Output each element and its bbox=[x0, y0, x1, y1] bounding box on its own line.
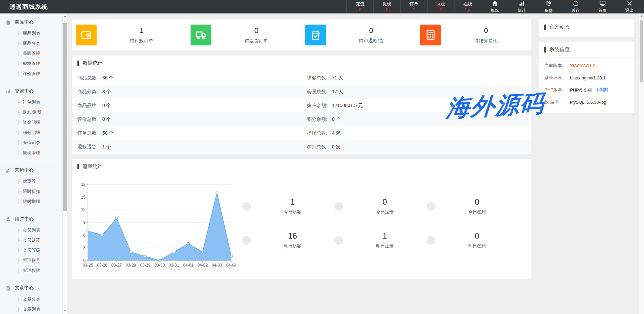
tree-branch-icon: ├ bbox=[17, 179, 20, 184]
header-action-gear[interactable]: 备份 bbox=[535, 0, 562, 13]
traffic-stat-label: 今日访客 bbox=[284, 209, 301, 215]
page-scrollbar[interactable]: ▲ bbox=[639, 13, 644, 314]
sidebar-item-label: 充值记录 bbox=[23, 140, 40, 146]
monitor-icon bbox=[599, 0, 606, 7]
sidebar-item[interactable]: ├会员列表 bbox=[0, 225, 62, 235]
header-stat-item[interactable]: 充值0 bbox=[346, 0, 373, 13]
scroll-up-icon[interactable]: ▲ bbox=[63, 13, 67, 19]
header-stat-item[interactable]: 在线1人 bbox=[454, 0, 481, 13]
traffic-stat: =16昨日访客 bbox=[242, 223, 334, 257]
header-action-monitor[interactable]: 首页 bbox=[589, 0, 616, 13]
sidebar-item-label: 限时折扣 bbox=[23, 188, 40, 195]
sidebar-scroll-thumb[interactable] bbox=[63, 23, 67, 211]
sidebar-item[interactable]: ├规格管理 bbox=[0, 59, 62, 69]
sidebar-item-label: 提现管理 bbox=[23, 150, 40, 156]
section-bar-icon bbox=[77, 164, 79, 169]
summary-card[interactable]: 1待付款订单 bbox=[72, 20, 187, 50]
header-stat-label: 提现 bbox=[383, 1, 392, 6]
stat-label: 积分余额: bbox=[307, 116, 327, 123]
summary-label: 待审退款/货 bbox=[359, 38, 384, 44]
sidebar-item[interactable]: ├商品分类 bbox=[0, 38, 62, 48]
sidebar-item[interactable]: ├管理帐号 bbox=[0, 255, 62, 266]
sidebar-item[interactable]: ├会员等级 bbox=[0, 245, 62, 255]
sidebar-section-header[interactable]: 用户中心 bbox=[0, 213, 62, 225]
sidebar-item[interactable]: ├提现管理 bbox=[0, 148, 62, 158]
system-info-card: 系统信息 当前版本:XIAOYAO1.0系统环境:Linux nginx/1.2… bbox=[539, 42, 634, 113]
sidebar-section-header[interactable]: 交易中心 bbox=[0, 85, 62, 97]
traffic-stat-stack: 0今日注册 bbox=[343, 197, 427, 215]
top-header: 逍遥商城系统 充值0提现0订单1回收2在线1人 概况统计备份缓存首页退出 bbox=[0, 0, 644, 13]
sidebar-item[interactable]: ├管理权限 bbox=[0, 266, 62, 276]
summary-card[interactable]: 0待发货订单 bbox=[187, 20, 301, 50]
header-action-bar-chart[interactable]: 统计 bbox=[508, 0, 535, 13]
header-stat-item[interactable]: 提现0 bbox=[373, 0, 400, 13]
sidebar-item-label: 限时拼团 bbox=[23, 199, 40, 205]
sidebar-item-label: 商品列表 bbox=[23, 30, 40, 36]
traffic-stat-stack: 1昨日注册 bbox=[343, 231, 427, 249]
document-icon bbox=[5, 285, 11, 291]
system-info-row: 数 据 库:MySQLi 5.6.50-log bbox=[539, 96, 634, 108]
header-action-refresh[interactable]: 缓存 bbox=[562, 0, 589, 13]
scroll-down-icon[interactable]: ▼ bbox=[63, 309, 67, 314]
svg-text:0: 0 bbox=[83, 258, 86, 263]
page-scroll-thumb[interactable] bbox=[640, 20, 643, 82]
traffic-stat-label: 昨日访客 bbox=[284, 243, 301, 249]
stat-label: 签到总数: bbox=[307, 144, 327, 150]
sidebar-scrollbar[interactable]: ▲ ▼ bbox=[62, 13, 67, 314]
sidebar-item-label: 资金明细 bbox=[23, 119, 40, 126]
stat-label: 退款退货: bbox=[77, 144, 98, 150]
gear-icon bbox=[545, 0, 552, 7]
summary-card[interactable]: 0待结算提现 bbox=[416, 20, 531, 50]
sidebar-item[interactable]: ├订单列表 bbox=[0, 97, 62, 107]
sidebar-item[interactable]: ├文章分类 bbox=[0, 294, 62, 304]
header-stat-item[interactable]: 回收2 bbox=[427, 0, 454, 13]
tree-branch-icon: ├ bbox=[17, 41, 20, 46]
header-stat-item[interactable]: 订单1 bbox=[400, 0, 427, 13]
divider bbox=[0, 82, 62, 82]
header-action-label: 概况 bbox=[491, 8, 499, 13]
stat-value: 0 次 bbox=[332, 144, 341, 150]
tree-branch-icon: ├ bbox=[17, 61, 20, 66]
header-action-label: 缓存 bbox=[572, 8, 580, 13]
sidebar-item[interactable]: ├限时折扣 bbox=[0, 186, 62, 197]
sidebar-item[interactable]: ├品牌管理 bbox=[0, 48, 62, 59]
scroll-up-icon[interactable]: ▲ bbox=[639, 13, 644, 19]
equals-icon: = bbox=[242, 202, 251, 211]
sidebar-section-header[interactable]: 营销中心 bbox=[0, 164, 62, 176]
tree-branch-icon: ├ bbox=[17, 199, 20, 204]
sidebar-item-label: 品牌管理 bbox=[23, 50, 40, 57]
traffic-stat: =0今日注册 bbox=[334, 189, 427, 223]
equals-icon: = bbox=[334, 236, 343, 245]
traffic-card: 流量统计 036912151803-2503-2603-2703-2803-29… bbox=[72, 159, 531, 279]
summary-card[interactable]: 0待审退款/货 bbox=[301, 20, 416, 50]
sidebar-item[interactable]: ├限时拼团 bbox=[0, 197, 62, 207]
sidebar-item[interactable]: ├退款/退货 bbox=[0, 107, 62, 117]
sidebar-item[interactable]: ├优惠券 bbox=[0, 176, 62, 186]
traffic-stat: =1昨日注册 bbox=[334, 223, 427, 257]
header-action-close[interactable]: 退出 bbox=[616, 0, 643, 13]
tree-branch-icon: ├ bbox=[17, 51, 20, 56]
sidebar-section-header[interactable]: 文章中心 bbox=[0, 282, 62, 294]
sidebar-item[interactable]: ├积分明细 bbox=[0, 128, 62, 138]
header-action-home[interactable]: 概况 bbox=[481, 0, 508, 13]
sidebar-section-header[interactable]: 商品中心 bbox=[0, 16, 62, 28]
sidebar-item-label: 管理权限 bbox=[23, 268, 40, 274]
stat-label: 订单总数: bbox=[77, 130, 98, 136]
home-icon bbox=[492, 0, 498, 7]
sidebar-item[interactable]: ├评价管理 bbox=[0, 69, 62, 79]
traffic-stat-label: 今日注册 bbox=[376, 209, 394, 215]
section-title: 流量统计 bbox=[82, 163, 103, 170]
header-stat-value: 1人 bbox=[464, 7, 471, 12]
header-action-label: 首页 bbox=[599, 8, 607, 13]
details-link[interactable]: [详情] bbox=[597, 87, 608, 93]
sidebar-item[interactable]: ├商品列表 bbox=[0, 28, 62, 38]
traffic-stat-value: 0 bbox=[475, 197, 479, 207]
header-stat-value: 2 bbox=[440, 7, 442, 12]
sidebar-item[interactable]: ├充值记录 bbox=[0, 138, 62, 148]
sidebar-item[interactable]: ├会员认证 bbox=[0, 235, 62, 245]
sidebar-section-title: 文章中心 bbox=[15, 285, 34, 291]
sidebar-item[interactable]: ├资金明细 bbox=[0, 117, 62, 128]
sidebar-item-label: 积分明细 bbox=[23, 130, 40, 136]
stat-label: 账户余额: bbox=[307, 103, 327, 109]
sidebar-item[interactable]: ├文章列表 bbox=[0, 304, 62, 314]
